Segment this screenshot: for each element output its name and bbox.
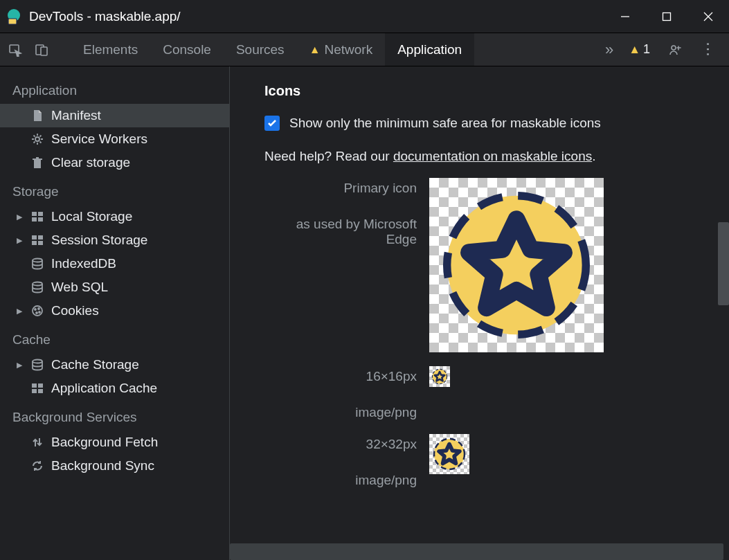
sidebar-heading: Storage: [0, 174, 229, 205]
sidebar-item-label: Cache Storage: [51, 357, 139, 372]
svg-rect-28: [38, 383, 43, 388]
svg-rect-12: [38, 212, 43, 216]
sidebar-item-label: IndexedDB: [51, 256, 116, 271]
db-icon: [30, 280, 44, 294]
tab-label: Console: [163, 42, 211, 57]
svg-rect-29: [32, 389, 37, 393]
sidebar-item-background-fetch[interactable]: Background Fetch: [0, 431, 229, 454]
svg-point-26: [33, 360, 42, 363]
sidebar-item-cookies[interactable]: Cookies: [0, 299, 229, 323]
tab-application[interactable]: Application: [385, 33, 474, 66]
device-toggle-icon[interactable]: [35, 43, 48, 57]
warnings-badge[interactable]: ▲1: [629, 42, 650, 57]
sidebar-item-application-cache[interactable]: Application Cache: [0, 377, 229, 400]
icon-entry-label: 16×16px image/png: [264, 366, 429, 420]
window-title: DevTools - maskable.app/: [29, 9, 604, 24]
sync-icon: [30, 459, 44, 473]
vertical-scrollbar[interactable]: [718, 222, 729, 305]
svg-rect-18: [38, 241, 43, 245]
svg-rect-13: [32, 217, 37, 222]
svg-point-23: [38, 308, 39, 309]
sidebar-heading: Application: [0, 73, 229, 104]
sidebar-item-background-sync[interactable]: Background Sync: [0, 454, 229, 478]
svg-point-22: [35, 309, 36, 310]
db-icon: [30, 257, 44, 271]
cookie-icon: [30, 304, 44, 318]
sidebar-item-label: Session Storage: [51, 233, 147, 248]
devtools-app-icon: [6, 8, 22, 25]
sidebar-item-label: Application Cache: [51, 381, 157, 396]
svg-rect-8: [41, 47, 47, 55]
svg-rect-14: [38, 217, 43, 222]
maximize-button[interactable]: [646, 0, 687, 33]
svg-point-24: [36, 312, 37, 314]
help-text: Need help? Read our documentation on mas…: [264, 149, 729, 164]
sidebar-item-local-storage[interactable]: Local Storage: [0, 205, 229, 228]
svg-rect-11: [32, 212, 37, 216]
primary-icon-preview: [429, 178, 604, 352]
sidebar-item-manifest[interactable]: Manifest: [0, 104, 229, 127]
sidebar-item-cache-storage[interactable]: Cache Storage: [0, 353, 229, 377]
sidebar-item-label: Clear storage: [51, 155, 130, 170]
svg-point-9: [672, 46, 676, 50]
svg-rect-30: [38, 389, 43, 393]
updown-icon: [30, 435, 44, 449]
section-heading: Icons: [264, 83, 729, 99]
sidebar-item-indexeddb[interactable]: IndexedDB: [0, 252, 229, 276]
svg-rect-16: [38, 235, 43, 240]
horizontal-scrollbar[interactable]: [230, 543, 723, 560]
sidebar-item-label: Web SQL: [51, 280, 108, 295]
gear-icon: [30, 132, 44, 146]
svg-rect-27: [32, 383, 37, 388]
tab-label: Elements: [83, 42, 138, 57]
db-icon: [30, 358, 44, 372]
icon-entry-label: 32×32px image/png: [264, 434, 429, 488]
svg-point-21: [33, 306, 42, 316]
tab-console[interactable]: Console: [150, 33, 224, 66]
checkbox-label: Show only the minimum safe area for mask…: [289, 116, 601, 131]
svg-point-25: [39, 311, 40, 313]
grid-icon: [30, 233, 44, 247]
sidebar-item-label: Background Sync: [51, 458, 154, 473]
tab-label: Sources: [236, 42, 285, 57]
more-tabs-icon[interactable]: »: [605, 41, 611, 59]
svg-rect-1: [8, 19, 17, 24]
sidebar-item-session-storage[interactable]: Session Storage: [0, 228, 229, 252]
sidebar-item-label: Background Fetch: [51, 435, 158, 450]
sidebar-item-clear-storage[interactable]: Clear storage: [0, 151, 229, 174]
tab-label: Application: [397, 42, 462, 57]
sidebar-item-label: Service Workers: [51, 132, 147, 147]
sidebar-item-web-sql[interactable]: Web SQL: [0, 276, 229, 299]
tab-network[interactable]: ▲Network: [297, 33, 386, 66]
icon-preview: [429, 366, 450, 387]
sidebar-item-service-workers[interactable]: Service Workers: [0, 127, 229, 151]
grid-icon: [30, 210, 44, 224]
safe-area-checkbox[interactable]: [264, 116, 280, 131]
settings-menu-icon[interactable]: ⋯: [699, 42, 717, 58]
titlebar: DevTools - maskable.app/: [0, 0, 729, 33]
trash-icon: [30, 156, 44, 170]
svg-rect-15: [32, 235, 37, 240]
minimize-button[interactable]: [604, 0, 646, 33]
grid-icon: [30, 381, 44, 395]
content-pane: Icons Show only the minimum safe area fo…: [230, 66, 729, 560]
help-link[interactable]: documentation on maskable icons: [393, 149, 592, 163]
feedback-icon[interactable]: [668, 43, 682, 57]
svg-rect-3: [663, 13, 671, 21]
sidebar-heading: Cache: [0, 323, 229, 353]
primary-icon-label: Primary icon as used by Microsoft Edge: [264, 178, 429, 352]
tab-sources[interactable]: Sources: [224, 33, 297, 66]
close-button[interactable]: [687, 0, 729, 33]
inspect-icon[interactable]: [8, 43, 22, 57]
svg-rect-17: [32, 241, 37, 245]
file-icon: [30, 109, 44, 123]
application-sidebar: ApplicationManifestService WorkersClear …: [0, 66, 230, 560]
tab-elements[interactable]: Elements: [71, 33, 150, 66]
svg-point-19: [33, 259, 42, 262]
icon-preview: [429, 434, 469, 474]
tab-label: Network: [324, 42, 372, 57]
sidebar-item-label: Manifest: [51, 108, 101, 123]
sidebar-heading: Background Services: [0, 400, 229, 431]
sidebar-item-label: Local Storage: [51, 209, 132, 224]
devtools-toolbar: ElementsConsoleSources▲NetworkApplicatio…: [0, 33, 729, 66]
